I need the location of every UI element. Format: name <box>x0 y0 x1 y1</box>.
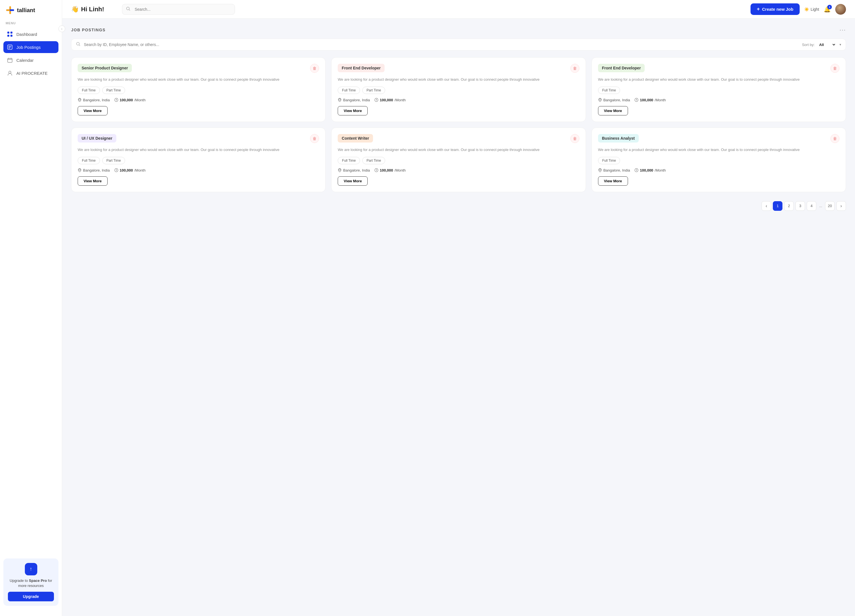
header-search-icon <box>126 6 130 12</box>
delete-job-button[interactable]: 🗑 <box>830 134 840 143</box>
job-salary: ₹ 100,000 /Month <box>114 98 146 102</box>
more-options-button[interactable]: ··· <box>840 26 846 33</box>
job-meta: Bangalore, India ₹ 100,000 /Month <box>338 168 579 173</box>
job-location: Bangalore, India <box>338 98 370 102</box>
logo: talliant <box>0 6 62 21</box>
job-card-header: Content Writer 🗑 <box>338 134 579 143</box>
sort-select[interactable]: All Recent Oldest <box>818 42 836 47</box>
greeting: 👋 Hi Linh! <box>71 6 116 13</box>
header-search-input[interactable] <box>122 4 235 15</box>
job-tag: Full Time <box>598 87 621 94</box>
delete-job-button[interactable]: 🗑 <box>310 64 319 73</box>
salary-amount: 100,000 <box>640 98 653 102</box>
svg-point-29 <box>79 169 80 171</box>
svg-point-20 <box>79 99 80 101</box>
job-postings-icon <box>7 44 13 50</box>
notification-button[interactable]: 🔔 1 <box>824 6 831 13</box>
job-card-header: Front End Developer 🗑 <box>598 64 840 73</box>
salary-icon: ₹ <box>114 98 118 102</box>
job-tags: Full TimePart Time <box>78 87 319 94</box>
delete-job-button[interactable]: 🗑 <box>570 64 579 73</box>
sidebar-item-label-calendar: Calendar <box>16 58 34 63</box>
pagination-next[interactable]: › <box>837 201 846 211</box>
section-header: JOB POSTINGS ··· <box>71 26 846 33</box>
avatar-image <box>835 4 846 15</box>
svg-rect-8 <box>8 46 11 47</box>
job-description: We are looking for a product designer wh… <box>338 77 579 83</box>
header-search-bar <box>122 4 235 15</box>
job-location: Bangalore, India <box>338 168 370 173</box>
sidebar-item-label-job-postings: Job Postings <box>16 45 41 50</box>
delete-job-button[interactable]: 🗑 <box>830 64 840 73</box>
sidebar-item-ai-procreate[interactable]: AI PROCREATE <box>3 67 58 79</box>
greeting-text: Hi Linh! <box>81 6 104 13</box>
salary-icon: ₹ <box>374 168 378 172</box>
notification-badge: 1 <box>827 5 832 9</box>
job-card: Content Writer 🗑 We are looking for a pr… <box>331 128 585 192</box>
job-card: Senior Product Designer 🗑 We are looking… <box>71 57 326 122</box>
job-salary: ₹ 100,000 /Month <box>374 98 406 102</box>
upgrade-button[interactable]: Upgrade <box>8 592 54 601</box>
job-tags: Full Time <box>598 157 840 164</box>
view-more-button[interactable]: View More <box>338 176 368 186</box>
svg-point-26 <box>599 99 601 101</box>
sun-icon: ☀️ <box>804 7 809 12</box>
job-tag: Full Time <box>598 157 621 164</box>
job-card-header: Business Analyst 🗑 <box>598 134 840 143</box>
job-meta: Bangalore, India ₹ 100,000 /Month <box>338 98 579 102</box>
job-description: We are looking for a product designer wh… <box>78 147 319 153</box>
view-more-button[interactable]: View More <box>598 106 628 115</box>
filter-search-input[interactable] <box>84 42 798 47</box>
salary-period: /Month <box>135 168 146 173</box>
job-card-header: Senior Product Designer 🗑 <box>78 64 319 73</box>
view-more-button[interactable]: View More <box>78 106 107 115</box>
pagination-page-1[interactable]: 1 <box>773 201 783 211</box>
header: 👋 Hi Linh! + Create new Job ☀️ Light <box>62 0 855 18</box>
job-salary: ₹ 100,000 /Month <box>114 168 146 173</box>
job-title-badge: Content Writer <box>338 134 373 142</box>
salary-period: /Month <box>135 98 146 102</box>
pagination-prev[interactable]: ‹ <box>762 201 771 211</box>
job-tags: Full Time <box>598 87 840 94</box>
job-meta: Bangalore, India ₹ 100,000 /Month <box>78 168 319 173</box>
job-meta: Bangalore, India ₹ 100,000 /Month <box>598 168 840 173</box>
view-more-button[interactable]: View More <box>338 106 368 115</box>
header-actions: + Create new Job ☀️ Light 🔔 1 <box>751 3 846 15</box>
svg-rect-5 <box>7 35 9 37</box>
salary-period: /Month <box>654 98 666 102</box>
job-location: Bangalore, India <box>78 168 110 173</box>
location-icon <box>598 98 602 102</box>
view-more-button[interactable]: View More <box>78 176 107 186</box>
pagination-page-4[interactable]: 4 <box>807 201 816 211</box>
job-card: UI / UX Designer 🗑 We are looking for a … <box>71 128 326 192</box>
sidebar-item-label-dashboard: Dashboard <box>16 32 37 37</box>
pagination-page-3[interactable]: 3 <box>795 201 805 211</box>
location-icon <box>598 168 602 172</box>
job-card: Front End Developer 🗑 We are looking for… <box>591 57 846 122</box>
sidebar-item-dashboard[interactable]: Dashboard <box>3 28 58 40</box>
sidebar: talliant MENU Dashboard <box>0 0 62 616</box>
svg-rect-9 <box>8 47 11 48</box>
job-card: Front End Developer 🗑 We are looking for… <box>331 57 585 122</box>
avatar[interactable] <box>835 4 846 15</box>
sidebar-item-calendar[interactable]: Calendar <box>3 54 58 66</box>
job-card-header: UI / UX Designer 🗑 <box>78 134 319 143</box>
delete-job-button[interactable]: 🗑 <box>310 134 319 143</box>
job-tag: Part Time <box>102 157 125 164</box>
create-job-button[interactable]: + Create new Job <box>751 3 799 15</box>
svg-point-35 <box>599 169 601 171</box>
jobs-grid: Senior Product Designer 🗑 We are looking… <box>71 57 846 192</box>
ai-procreate-icon <box>7 70 13 76</box>
pagination-page-2[interactable]: 2 <box>784 201 794 211</box>
sidebar-collapse-button[interactable]: ‹ <box>58 25 65 32</box>
pagination-page-last[interactable]: 20 <box>825 201 835 211</box>
menu-label: MENU <box>0 21 62 28</box>
job-tag: Full Time <box>78 157 100 164</box>
sidebar-item-job-postings[interactable]: Job Postings <box>3 41 58 53</box>
job-card: Business Analyst 🗑 We are looking for a … <box>591 128 846 192</box>
delete-job-button[interactable]: 🗑 <box>570 134 579 143</box>
view-more-button[interactable]: View More <box>598 176 628 186</box>
theme-toggle[interactable]: ☀️ Light <box>804 7 819 12</box>
svg-line-17 <box>129 9 130 10</box>
calendar-icon <box>7 57 13 63</box>
